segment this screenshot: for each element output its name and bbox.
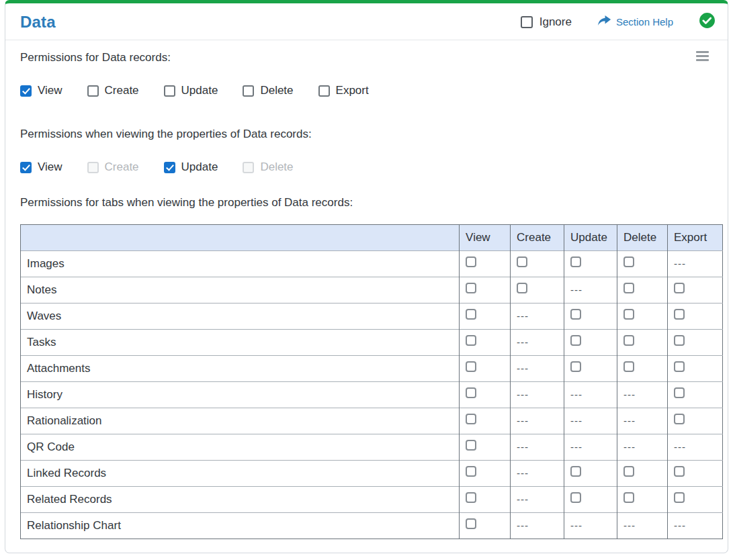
section-help-link[interactable]: Section Help [597,15,673,30]
not-applicable-placeholder: --- [623,441,636,453]
permission-checkbox-group-delete[interactable]: Delete [243,84,293,97]
table-checkbox-update[interactable] [570,492,581,503]
checkbox-update[interactable] [164,162,175,173]
tab-permissions-table: ViewCreateUpdateDeleteExport Images---No… [20,224,723,539]
checkbox-delete[interactable] [243,85,254,97]
table-cell-update [564,251,617,277]
table-checkbox-view[interactable] [466,440,476,451]
permission-checkbox-group-view[interactable]: View [20,84,62,97]
table-checkbox-delete[interactable] [623,283,634,293]
table-checkbox-view[interactable] [466,283,476,293]
table-checkbox-delete[interactable] [623,256,634,267]
column-header-delete: Delete [617,225,668,251]
hamburger-menu-icon[interactable] [695,50,710,62]
table-cell-delete [617,461,668,487]
table-checkbox-delete[interactable] [623,492,634,503]
table-cell-delete [617,277,668,304]
table-checkbox-export[interactable] [674,387,685,398]
not-applicable-placeholder: --- [517,415,529,426]
table-row: Images--- [21,251,723,277]
table-cell-export [667,382,722,408]
table-checkbox-view[interactable] [466,335,476,346]
table-checkbox-view[interactable] [466,492,476,503]
table-checkbox-view[interactable] [466,387,476,398]
permission-checkbox-group-view[interactable]: View [20,160,62,174]
not-applicable-placeholder: --- [517,389,529,400]
table-cell-export: --- [667,513,722,539]
ignore-checkbox-group[interactable]: Ignore [521,15,572,29]
not-applicable-placeholder: --- [570,441,583,453]
table-checkbox-view[interactable] [466,414,476,424]
table-checkbox-delete[interactable] [623,361,634,372]
table-cell-export: --- [667,434,722,461]
row-label: Attachments [21,356,460,382]
checkbox-update[interactable] [164,85,175,97]
table-header-row: ViewCreateUpdateDeleteExport [21,225,723,251]
section-header: Data Ignore Section Help [5,3,728,40]
table-checkbox-export[interactable] [674,466,685,477]
table-checkbox-export[interactable] [674,492,685,503]
table-checkbox-delete[interactable] [623,466,634,477]
table-checkbox-export[interactable] [674,309,685,320]
table-cell-create: --- [511,330,564,356]
section-help-label: Section Help [616,16,673,28]
checkbox-view[interactable] [20,85,32,97]
table-row: History--------- [21,382,723,408]
section-body: Permissions for Data records: ViewCreate… [5,40,728,550]
table-checkbox-view[interactable] [466,466,476,477]
table-checkbox-update[interactable] [570,335,581,346]
table-cell-export [667,330,722,356]
table-cell-delete [617,330,668,356]
table-checkbox-update[interactable] [570,466,581,477]
permission-checkbox-group-export[interactable]: Export [318,84,369,97]
not-applicable-placeholder: --- [674,441,686,453]
table-checkbox-create[interactable] [517,283,527,293]
permission-checkbox-group-delete: Delete [243,160,293,174]
table-cell-update [564,461,617,487]
table-checkbox-delete[interactable] [623,335,634,346]
table-row: Relationship Chart------------ [21,513,723,539]
table-cell-view [460,408,511,434]
table-cell-view [460,434,511,461]
checkbox-label: Update [181,84,218,97]
permission-checkbox-group-update[interactable]: Update [164,84,218,97]
table-checkbox-create[interactable] [517,256,527,267]
table-checkbox-delete[interactable] [623,309,634,320]
column-header-export: Export [667,225,722,251]
table-checkbox-view[interactable] [466,256,476,267]
permission-checkbox-group-create[interactable]: Create [87,84,139,97]
table-checkbox-update[interactable] [570,309,581,320]
permission-checkbox-group-update[interactable]: Update [164,160,218,174]
checkbox-view[interactable] [20,162,32,173]
table-checkbox-update[interactable] [570,256,581,267]
table-checkbox-export[interactable] [674,335,685,346]
table-checkbox-view[interactable] [466,309,476,320]
table-checkbox-export[interactable] [674,414,685,424]
table-cell-update: --- [564,408,617,434]
table-cell-create: --- [511,461,564,487]
checkbox-create[interactable] [87,85,99,97]
table-cell-delete [617,251,668,277]
table-cell-export [667,408,722,434]
table-checkbox-export[interactable] [674,361,685,372]
row-label: QR Code [21,434,460,461]
not-applicable-placeholder: --- [517,310,529,322]
table-cell-view [460,277,511,304]
table-row: Attachments--- [21,356,723,382]
properties-permissions-label: Permissions when viewing the properties … [20,128,717,141]
ignore-checkbox[interactable] [521,16,533,28]
table-cell-delete: --- [617,408,668,434]
checkbox-label: Create [105,160,139,174]
table-cell-view [460,513,511,539]
table-cell-view [460,251,511,277]
table-checkbox-view[interactable] [466,361,476,372]
not-applicable-placeholder: --- [623,520,636,531]
table-checkbox-view[interactable] [466,518,476,529]
not-applicable-placeholder: --- [517,441,529,453]
table-checkbox-export[interactable] [674,283,685,293]
table-cell-update [564,304,617,330]
table-cell-create: --- [511,408,564,434]
checkbox-export[interactable] [318,85,330,97]
table-checkbox-update[interactable] [570,361,581,372]
table-cell-delete [617,304,668,330]
